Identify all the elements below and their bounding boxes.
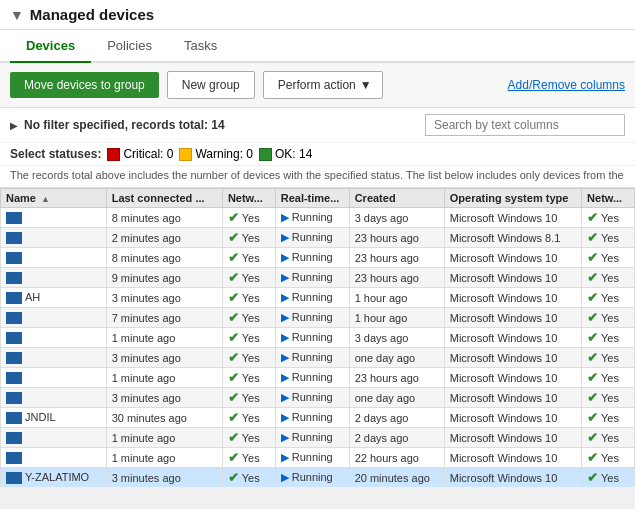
arrow-icon: ▶: [281, 251, 289, 263]
table-row[interactable]: 1 minute ago✔ Yes▶ Running2 days agoMicr…: [1, 428, 635, 448]
cell-netw: ✔ Yes: [222, 348, 275, 368]
cell-realtime: ▶ Running: [275, 308, 349, 328]
perform-action-button[interactable]: Perform action ▼: [263, 71, 383, 99]
table-row[interactable]: AH3 minutes ago✔ Yes▶ Running1 hour agoM…: [1, 288, 635, 308]
cell-created: 23 hours ago: [349, 228, 444, 248]
cell-netw2: ✔ Yes: [582, 248, 635, 268]
cell-name: [1, 328, 107, 348]
cell-name: [1, 348, 107, 368]
collapse-icon[interactable]: ▼: [10, 7, 24, 23]
cell-os: Microsoft Windows 10: [444, 388, 581, 408]
check-icon: ✔: [228, 390, 239, 405]
tab-tasks[interactable]: Tasks: [168, 30, 233, 63]
arrow-icon: ▶: [281, 471, 289, 483]
cell-created: 3 days ago: [349, 328, 444, 348]
new-group-button[interactable]: New group: [167, 71, 255, 99]
table-row[interactable]: Y-ZALATIMO3 minutes ago✔ Yes▶ Running20 …: [1, 468, 635, 488]
table-row[interactable]: 2 minutes ago✔ Yes▶ Running23 hours agoM…: [1, 228, 635, 248]
check2-icon: ✔: [587, 450, 598, 465]
ok-checkbox-icon[interactable]: [259, 148, 272, 161]
check-icon: ✔: [228, 290, 239, 305]
table-row[interactable]: 9 minutes ago✔ Yes▶ Running23 hours agoM…: [1, 268, 635, 288]
cell-last-connected: 7 minutes ago: [106, 308, 222, 328]
check2-icon: ✔: [587, 330, 598, 345]
select-statuses-label: Select statuses:: [10, 147, 101, 161]
table-row[interactable]: 7 minutes ago✔ Yes▶ Running1 hour agoMic…: [1, 308, 635, 328]
warning-checkbox-icon[interactable]: [179, 148, 192, 161]
cell-netw: ✔ Yes: [222, 448, 275, 468]
cell-netw2: ✔ Yes: [582, 228, 635, 248]
col-netw2-header[interactable]: Netw...: [582, 189, 635, 208]
check-icon: ✔: [228, 250, 239, 265]
filter-toggle-icon[interactable]: ▶: [10, 120, 18, 131]
table-row[interactable]: 8 minutes ago✔ Yes▶ Running23 hours agoM…: [1, 248, 635, 268]
device-icon: [6, 272, 22, 284]
col-os-header[interactable]: Operating system type: [444, 189, 581, 208]
cell-netw2: ✔ Yes: [582, 408, 635, 428]
check2-icon: ✔: [587, 430, 598, 445]
device-icon: [6, 432, 22, 444]
cell-netw2: ✔ Yes: [582, 428, 635, 448]
cell-netw2: ✔ Yes: [582, 448, 635, 468]
check-icon: ✔: [228, 210, 239, 225]
cell-os: Microsoft Windows 10: [444, 208, 581, 228]
add-remove-columns-button[interactable]: Add/Remove columns: [508, 78, 625, 92]
cell-created: one day ago: [349, 388, 444, 408]
table-row[interactable]: 3 minutes ago✔ Yes▶ Runningone day agoMi…: [1, 348, 635, 368]
col-real-header[interactable]: Real-time...: [275, 189, 349, 208]
cell-created: 23 hours ago: [349, 268, 444, 288]
col-last-header[interactable]: Last connected ...: [106, 189, 222, 208]
filter-text: No filter specified, records total: 14: [24, 118, 225, 132]
table-header-row: Name ▲ Last connected ... Netw... Real-t…: [1, 189, 635, 208]
cell-os: Microsoft Windows 10: [444, 288, 581, 308]
cell-netw2: ✔ Yes: [582, 288, 635, 308]
col-netw-header[interactable]: Netw...: [222, 189, 275, 208]
table-row[interactable]: 1 minute ago✔ Yes▶ Running23 hours agoMi…: [1, 368, 635, 388]
warning-status-label: Warning: 0: [195, 147, 253, 161]
cell-created: 20 minutes ago: [349, 468, 444, 488]
check2-icon: ✔: [587, 410, 598, 425]
status-bar: Select statuses: Critical: 0 Warning: 0 …: [0, 143, 635, 166]
check-icon: ✔: [228, 370, 239, 385]
cell-realtime: ▶ Running: [275, 288, 349, 308]
filter-bar: ▶ No filter specified, records total: 14: [0, 108, 635, 143]
devices-table: Name ▲ Last connected ... Netw... Real-t…: [0, 188, 635, 487]
col-created-header[interactable]: Created: [349, 189, 444, 208]
arrow-icon: ▶: [281, 351, 289, 363]
check2-icon: ✔: [587, 250, 598, 265]
check-icon: ✔: [228, 310, 239, 325]
cell-name: [1, 448, 107, 468]
cell-last-connected: 1 minute ago: [106, 428, 222, 448]
cell-last-connected: 1 minute ago: [106, 368, 222, 388]
cell-netw2: ✔ Yes: [582, 208, 635, 228]
cell-last-connected: 8 minutes ago: [106, 248, 222, 268]
cell-realtime: ▶ Running: [275, 228, 349, 248]
device-icon: [6, 352, 22, 364]
table-row[interactable]: 8 minutes ago✔ Yes▶ Running3 days agoMic…: [1, 208, 635, 228]
col-name-header[interactable]: Name ▲: [1, 189, 107, 208]
check2-icon: ✔: [587, 290, 598, 305]
table-row[interactable]: JNDIL30 minutes ago✔ Yes▶ Running2 days …: [1, 408, 635, 428]
tab-devices[interactable]: Devices: [10, 30, 91, 63]
cell-os: Microsoft Windows 10: [444, 328, 581, 348]
cell-os: Microsoft Windows 8.1: [444, 228, 581, 248]
cell-netw2: ✔ Yes: [582, 328, 635, 348]
cell-name: [1, 208, 107, 228]
device-icon: [6, 232, 22, 244]
cell-realtime: ▶ Running: [275, 428, 349, 448]
cell-last-connected: 3 minutes ago: [106, 388, 222, 408]
cell-netw: ✔ Yes: [222, 408, 275, 428]
cell-last-connected: 8 minutes ago: [106, 208, 222, 228]
cell-netw: ✔ Yes: [222, 328, 275, 348]
move-devices-button[interactable]: Move devices to group: [10, 72, 159, 98]
critical-checkbox-icon[interactable]: [107, 148, 120, 161]
search-columns-input[interactable]: [425, 114, 625, 136]
device-icon: [6, 312, 22, 324]
table-container[interactable]: Name ▲ Last connected ... Netw... Real-t…: [0, 188, 635, 487]
table-row[interactable]: 3 minutes ago✔ Yes▶ Runningone day agoMi…: [1, 388, 635, 408]
table-row[interactable]: 1 minute ago✔ Yes▶ Running3 days agoMicr…: [1, 328, 635, 348]
table-row[interactable]: 1 minute ago✔ Yes▶ Running22 hours agoMi…: [1, 448, 635, 468]
tab-policies[interactable]: Policies: [91, 30, 168, 63]
cell-os: Microsoft Windows 10: [444, 448, 581, 468]
cell-last-connected: 3 minutes ago: [106, 468, 222, 488]
